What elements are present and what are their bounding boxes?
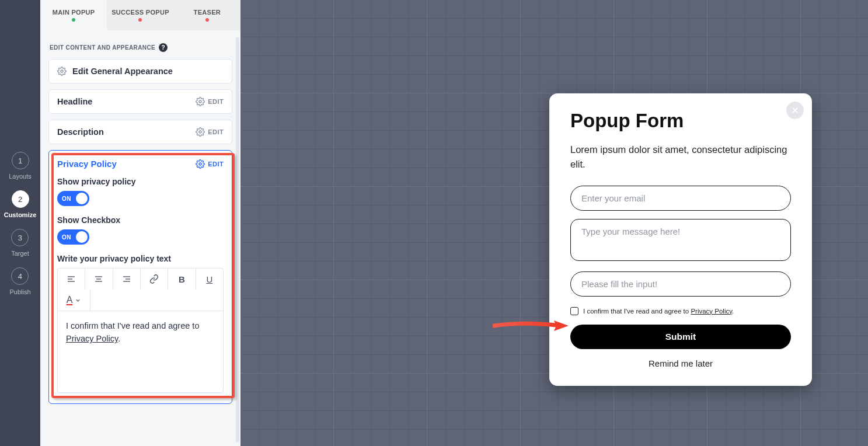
tab-label: SUCCESS POPUP bbox=[111, 9, 169, 16]
rte-text-pre: I confirm that I've read and agree to bbox=[66, 321, 199, 330]
step-number: 3 bbox=[11, 229, 29, 246]
label-write-text: Write your privacy policy text bbox=[57, 254, 224, 263]
edit-link[interactable]: EDIT bbox=[196, 97, 224, 106]
card-headline[interactable]: Headline EDIT bbox=[48, 89, 232, 114]
submit-button[interactable]: Submit bbox=[570, 325, 791, 349]
chevron-down-icon bbox=[75, 297, 81, 304]
gear-icon bbox=[196, 97, 205, 106]
section-heading: EDIT CONTENT AND APPEARANCE ? bbox=[50, 43, 232, 52]
status-dot-icon bbox=[205, 18, 209, 22]
gear-icon bbox=[196, 127, 205, 137]
consent-checkbox[interactable] bbox=[570, 307, 578, 315]
edit-text: EDIT bbox=[208, 161, 224, 168]
align-left-icon[interactable] bbox=[58, 269, 85, 290]
consent-post: . bbox=[732, 308, 734, 315]
scrollbar[interactable] bbox=[236, 37, 239, 442]
card-title: Headline bbox=[57, 97, 92, 106]
rte-toolbar-row1: B U bbox=[57, 268, 224, 290]
toggle-show-privacy[interactable]: ON bbox=[57, 191, 89, 206]
close-icon bbox=[791, 106, 799, 114]
consent-link[interactable]: Privacy Policy bbox=[691, 308, 732, 315]
gear-icon bbox=[196, 159, 205, 169]
toggle-show-checkbox[interactable]: ON bbox=[57, 229, 89, 245]
close-button[interactable] bbox=[786, 102, 804, 119]
underline-icon[interactable]: U bbox=[196, 269, 223, 290]
step-number: 2 bbox=[12, 190, 29, 208]
step-customize[interactable]: 2 Customize bbox=[4, 190, 37, 218]
edit-text: EDIT bbox=[208, 98, 224, 105]
tab-label: TEASER bbox=[194, 9, 221, 16]
label-show-privacy: Show privacy policy bbox=[57, 177, 224, 186]
step-label: Publish bbox=[9, 288, 30, 295]
consent-row: I confirm that I've read and agree to Pr… bbox=[570, 307, 791, 315]
card-description[interactable]: Description EDIT bbox=[48, 120, 232, 144]
card-general-appearance[interactable]: Edit General Appearance bbox=[48, 59, 232, 83]
section-heading-text: EDIT CONTENT AND APPEARANCE bbox=[50, 44, 155, 51]
rte-text-post: . bbox=[118, 334, 120, 343]
step-label: Customize bbox=[4, 211, 37, 218]
panel-body: EDIT CONTENT AND APPEARANCE ? Edit Gener… bbox=[40, 30, 240, 446]
text-color-picker[interactable]: A bbox=[58, 290, 90, 311]
card-title: Edit General Appearance bbox=[72, 67, 173, 76]
toggle-state: ON bbox=[62, 234, 71, 241]
tab-success-popup[interactable]: SUCCESS POPUP bbox=[107, 0, 173, 30]
consent-text: I confirm that I've read and agree to Pr… bbox=[583, 308, 734, 315]
popup-description: Lorem ipsum dolor sit amet, consectetur … bbox=[570, 142, 791, 172]
status-dot-icon bbox=[72, 18, 75, 22]
step-label: Target bbox=[11, 250, 29, 257]
bold-icon[interactable]: B bbox=[168, 269, 196, 290]
svg-point-1 bbox=[199, 100, 201, 103]
remind-later-link[interactable]: Remind me later bbox=[570, 358, 791, 368]
edit-text: EDIT bbox=[208, 128, 224, 135]
align-center-icon[interactable] bbox=[85, 269, 113, 290]
gear-icon bbox=[57, 67, 67, 76]
tab-teaser[interactable]: TEASER bbox=[174, 0, 240, 30]
popup-preview: Popup Form Lorem ipsum dolor sit amet, c… bbox=[549, 93, 812, 386]
stepper-rail: 1 Layouts 2 Customize 3 Target 4 Publish bbox=[0, 0, 40, 446]
align-right-icon[interactable] bbox=[113, 269, 141, 290]
popup-title: Popup Form bbox=[570, 110, 791, 132]
svg-point-3 bbox=[199, 163, 201, 165]
svg-point-0 bbox=[61, 70, 63, 72]
email-input[interactable] bbox=[570, 186, 791, 211]
step-publish[interactable]: 4 Publish bbox=[9, 267, 30, 295]
step-number: 1 bbox=[12, 152, 29, 169]
tab-main-popup[interactable]: MAIN POPUP bbox=[40, 0, 107, 30]
extra-input[interactable] bbox=[570, 271, 791, 297]
panel-tabs: MAIN POPUP SUCCESS POPUP TEASER bbox=[40, 0, 240, 30]
status-dot-icon bbox=[138, 18, 142, 22]
toggle-state: ON bbox=[62, 196, 71, 202]
edit-link[interactable]: EDIT bbox=[196, 159, 224, 169]
step-label: Layouts bbox=[9, 173, 32, 180]
card-title: Privacy Policy bbox=[57, 159, 117, 169]
rte-textarea[interactable]: I confirm that I've read and agree to Pr… bbox=[57, 311, 224, 393]
label-show-checkbox: Show Checkbox bbox=[57, 215, 224, 225]
tab-label: MAIN POPUP bbox=[53, 9, 95, 16]
step-number: 4 bbox=[11, 267, 29, 285]
card-title: Description bbox=[57, 127, 104, 137]
text-color-icon: A bbox=[67, 295, 73, 305]
rte-toolbar-row2: A bbox=[57, 290, 224, 311]
step-layouts[interactable]: 1 Layouts bbox=[9, 152, 32, 180]
message-textarea[interactable] bbox=[570, 219, 791, 261]
svg-point-2 bbox=[199, 131, 201, 133]
card-privacy-policy: Privacy Policy EDIT Show privacy policy … bbox=[48, 150, 232, 404]
preview-canvas: Popup Form Lorem ipsum dolor sit amet, c… bbox=[240, 0, 868, 446]
rte-text-link[interactable]: Privacy Policy bbox=[66, 334, 118, 343]
link-icon[interactable] bbox=[141, 269, 168, 290]
step-target[interactable]: 3 Target bbox=[11, 229, 29, 257]
editor-panel: MAIN POPUP SUCCESS POPUP TEASER EDIT CON… bbox=[40, 0, 240, 446]
edit-link[interactable]: EDIT bbox=[196, 127, 224, 137]
consent-pre: I confirm that I've read and agree to bbox=[583, 308, 691, 315]
help-icon[interactable]: ? bbox=[159, 43, 168, 52]
